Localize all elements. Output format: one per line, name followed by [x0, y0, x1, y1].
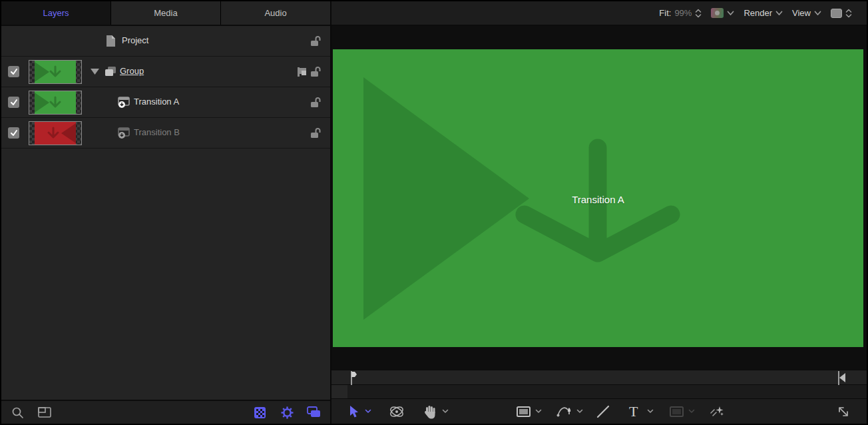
chevron-down-icon — [775, 11, 783, 16]
panel-tabbar: Layers Media Audio — [1, 1, 330, 26]
tab-layers[interactable]: Layers — [1, 1, 111, 25]
bezier-pen-tool-icon[interactable] — [556, 399, 574, 424]
viewer-toolbar: Fit: 99% Render — [331, 1, 867, 26]
mask-tool-chevron-icon — [688, 399, 695, 424]
transition-b-thumbnail[interactable] — [29, 121, 82, 145]
layer-name[interactable]: Group — [120, 66, 144, 76]
shape-tool-chevron-icon[interactable] — [535, 399, 542, 424]
layers-panel-statusbar — [1, 400, 330, 424]
tab-media[interactable]: Media — [111, 1, 221, 25]
disclosure-triangle-icon[interactable] — [91, 69, 99, 75]
layer-row-group[interactable]: Group — [1, 57, 330, 87]
layer-name[interactable]: Transition B — [134, 127, 180, 137]
layer-row-transition-a[interactable]: Transition A — [1, 87, 330, 118]
bezier-tool-chevron-icon[interactable] — [576, 399, 583, 424]
layer-row-transition-b[interactable]: Transition B — [1, 118, 330, 149]
layer-name[interactable]: Transition A — [134, 97, 179, 107]
layers-stack-icon[interactable] — [306, 406, 321, 418]
canvas[interactable]: Transition A — [333, 49, 863, 347]
display-selector[interactable] — [831, 8, 852, 19]
select-transform-tool-icon[interactable] — [349, 399, 359, 424]
fit-label: Fit: — [659, 8, 671, 18]
display-icon — [831, 9, 842, 18]
transition-a-thumbnail[interactable] — [29, 91, 82, 115]
canvas-backdrop: Transition A — [331, 26, 867, 370]
transition-b-activation-checkbox[interactable] — [8, 127, 19, 139]
chevron-down-icon — [814, 11, 821, 16]
zoom-control[interactable]: Fit: 99% — [659, 8, 702, 19]
paint-stroke-tool-icon[interactable] — [596, 399, 610, 424]
show-hide-pane-icon[interactable] — [38, 407, 51, 418]
mask-tool-icon[interactable] — [670, 399, 684, 424]
layer-name: Project — [122, 35, 148, 45]
pan-hand-tool-icon[interactable] — [423, 399, 437, 424]
view-label: View — [792, 8, 811, 18]
motion-window: Layers Media Audio Project — [0, 0, 868, 425]
canvas-overlay-text: Transition A — [333, 194, 863, 205]
channels-control[interactable] — [711, 8, 734, 18]
unlock-icon[interactable] — [310, 35, 322, 47]
tab-media-label: Media — [154, 8, 177, 18]
layer-row-project[interactable]: Project — [1, 26, 330, 57]
gear-icon[interactable] — [281, 406, 294, 419]
viewer-area: Fit: 99% Render — [331, 1, 867, 424]
tools-toolbar: T — [331, 399, 867, 424]
adjust-item-tool-icon[interactable] — [710, 399, 724, 424]
playhead-marker[interactable] — [349, 371, 357, 385]
text-tool-icon[interactable]: T — [629, 399, 638, 424]
dropzone-icon — [118, 97, 130, 109]
layers-list: Project — [1, 26, 330, 149]
render-label: Render — [744, 8, 772, 18]
transition-a-activation-checkbox[interactable] — [8, 97, 19, 108]
timeline-scrollbar[interactable] — [331, 385, 867, 399]
group-icon — [105, 66, 116, 77]
unlock-icon[interactable] — [310, 66, 322, 78]
3d-transform-tool-icon[interactable] — [389, 399, 405, 424]
layers-list-empty-area — [1, 149, 330, 400]
scrollbar-thumb[interactable] — [331, 385, 347, 398]
group-thumbnail[interactable] — [29, 60, 82, 84]
zoom-value: 99% — [674, 8, 692, 18]
text-tool-chevron-icon[interactable] — [647, 399, 654, 424]
dropzone-icon — [118, 127, 130, 139]
chevron-down-icon — [727, 11, 734, 16]
view-menu[interactable]: View — [792, 8, 821, 18]
tab-audio-label: Audio — [264, 8, 286, 18]
layers-panel: Layers Media Audio Project — [1, 1, 331, 424]
unlock-icon[interactable] — [310, 97, 322, 109]
project-document-icon — [106, 35, 116, 47]
zoom-stepper-icon[interactable] — [695, 8, 702, 19]
select-tool-chevron-icon[interactable] — [365, 399, 371, 424]
unlock-icon[interactable] — [310, 127, 322, 139]
display-stepper-icon — [845, 8, 852, 19]
expand-viewer-icon[interactable] — [837, 399, 849, 424]
color-channels-swatch-icon — [711, 8, 724, 18]
transparency-checkerboard-icon[interactable] — [254, 407, 266, 418]
tab-audio[interactable]: Audio — [221, 1, 330, 25]
end-marker[interactable] — [837, 371, 846, 385]
mini-timeline[interactable] — [331, 370, 867, 385]
search-icon[interactable] — [11, 406, 24, 419]
rectangle-shape-tool-icon[interactable] — [517, 399, 531, 424]
group-activation-checkbox[interactable] — [8, 66, 19, 77]
group-2d3d-flag-icon[interactable] — [297, 67, 308, 77]
render-menu[interactable]: Render — [744, 8, 783, 18]
tab-layers-label: Layers — [43, 8, 69, 18]
pan-tool-chevron-icon[interactable] — [442, 399, 449, 424]
